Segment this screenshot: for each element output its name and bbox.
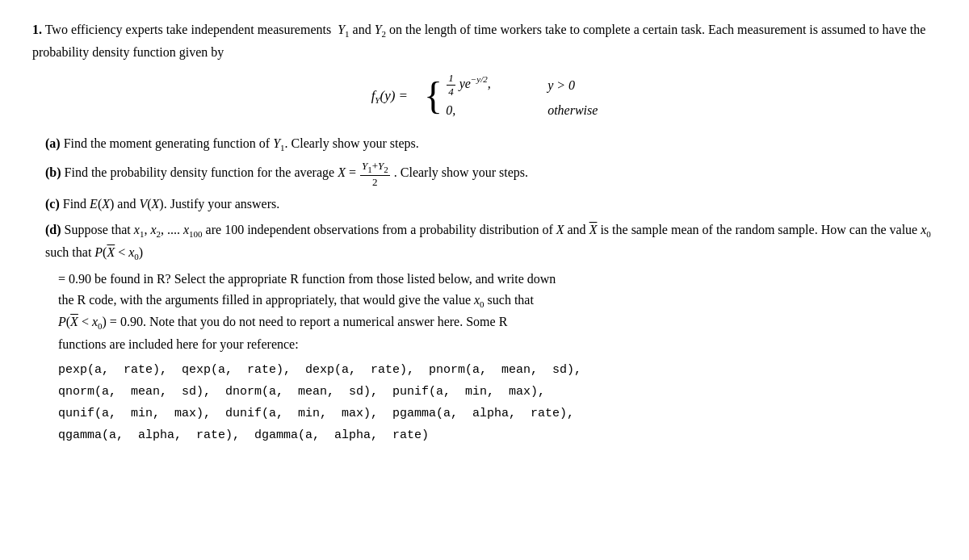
case2-cond: otherwise [547,100,598,121]
part-d-cont1: = 0.90 be found in R? Select the appropr… [32,269,937,290]
case1-cond: y > 0 [547,75,575,96]
r-functions-1: pexp(a, rate), qexp(a, rate), dexp(a, ra… [32,358,937,380]
formula-block: fY(y) = { 1 4 ye−y/2, y > 0 0, o [32,72,937,120]
case-row-1: 1 4 ye−y/2, y > 0 [446,72,598,98]
problem-number: 1. [32,23,42,36]
part-d-cont3: P(X < x0) = 0.90. Note that you do not n… [32,311,937,334]
part-d-label: (d) [45,223,61,236]
part-b-label: (b) [45,166,61,180]
left-brace: { [424,77,443,115]
problem-container: 1. Two efficiency experts take independe… [32,19,937,445]
brace-system: { 1 4 ye−y/2, y > 0 0, otherwise [424,72,598,120]
case1-expr: 1 4 ye−y/2, [446,72,535,98]
formula-lhs: fY(y) = [371,85,408,108]
r-functions-4: qgamma(a, alpha, rate), dgamma(a, alpha,… [32,424,937,445]
r-functions-2: qnorm(a, mean, sd), dnorm(a, mean, sd), … [32,380,937,402]
part-a-label: (a) [45,136,61,150]
part-c: (c) Find E(X) and V(X). Justify your ans… [32,194,937,215]
r-functions-3: qunif(a, min, max), dunif(a, min, max), … [32,402,937,424]
case2-expr: 0, [446,100,535,121]
cases-rows: 1 4 ye−y/2, y > 0 0, otherwise [446,72,598,120]
part-d-cont4: functions are included here for your ref… [32,334,937,355]
parts-container: (a) Find the moment generating function … [32,133,937,445]
part-b: (b) Find the probability density functio… [32,160,937,188]
part-a: (a) Find the moment generating function … [32,133,937,155]
part-d-cont2: the R code, with the arguments filled in… [32,290,937,312]
intro-text: 1. Two efficiency experts take independe… [32,19,937,62]
part-c-label: (c) [45,197,60,211]
part-d: (d) Suppose that x1, x2, .... x100 are 1… [32,219,937,264]
case-row-2: 0, otherwise [446,100,598,121]
